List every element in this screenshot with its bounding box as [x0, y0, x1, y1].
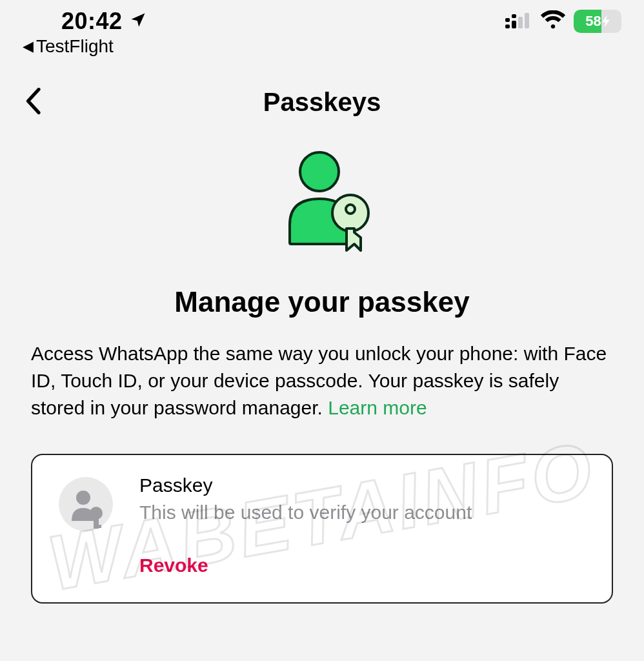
status-right: 58 — [504, 10, 621, 33]
back-button[interactable] — [19, 83, 46, 122]
breadcrumb-caret-icon: ◀ — [23, 38, 34, 55]
battery-percent: 58 — [585, 13, 601, 30]
chevron-left-icon — [25, 88, 41, 115]
breadcrumb[interactable]: ◀ TestFlight — [23, 36, 621, 57]
status-time-wrap: 20:42 — [61, 8, 147, 35]
nav-header: Passkeys — [0, 76, 644, 128]
location-icon — [129, 8, 147, 35]
svg-rect-13 — [94, 525, 101, 528]
passkey-card-body: Passkey This will be used to verify your… — [139, 474, 594, 576]
breadcrumb-label: TestFlight — [36, 36, 114, 57]
charging-icon — [602, 15, 610, 27]
passkey-card: Passkey This will be used to verify your… — [31, 454, 613, 604]
cellular-icon — [504, 10, 532, 32]
revoke-button[interactable]: Revoke — [139, 554, 208, 576]
status-top-row: 20:42 — [23, 8, 621, 35]
status-bar: 20:42 — [0, 0, 644, 57]
passkey-hero-icon — [0, 147, 644, 254]
svg-point-10 — [76, 491, 90, 505]
main-heading: Manage your passkey — [0, 286, 644, 318]
passkey-card-subtitle: This will be used to verify your account — [139, 502, 594, 524]
battery-icon: 58 — [574, 10, 621, 33]
svg-rect-4 — [505, 18, 510, 22]
passkey-card-icon — [50, 474, 121, 576]
description-text: Access WhatsApp the same way you unlock … — [0, 340, 644, 422]
status-time: 20:42 — [61, 8, 123, 35]
svg-rect-5 — [512, 14, 516, 18]
page-title: Passkeys — [263, 88, 381, 117]
description-body: Access WhatsApp the same way you unlock … — [31, 343, 607, 418]
svg-rect-1 — [512, 21, 516, 28]
svg-rect-0 — [505, 25, 510, 28]
svg-rect-2 — [518, 17, 523, 28]
battery-text: 58 — [574, 10, 621, 33]
svg-rect-3 — [525, 13, 529, 28]
wifi-icon — [540, 10, 566, 32]
learn-more-link[interactable]: Learn more — [328, 397, 427, 418]
passkey-card-title: Passkey — [139, 474, 594, 496]
svg-point-6 — [300, 152, 339, 191]
